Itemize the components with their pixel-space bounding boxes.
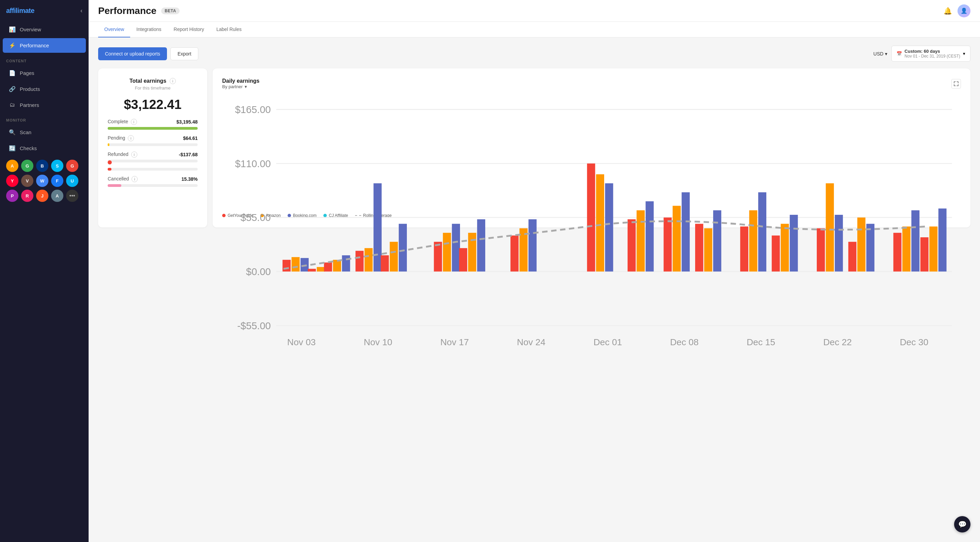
chart-title: Daily earnings <box>222 78 259 84</box>
tab-overview[interactable]: Overview <box>98 22 130 38</box>
earnings-card-title: Total earnings <box>129 78 166 84</box>
partner-icon-grid: A G B S G Y V W F U P R J A ••• <box>0 156 89 205</box>
date-range-picker[interactable]: 📅 Custom: 60 days Nov 01 - Dec 31, 2019 … <box>891 46 970 62</box>
products-icon: 🔗 <box>9 86 16 92</box>
svg-rect-47 <box>646 201 654 271</box>
svg-rect-48 <box>664 217 672 272</box>
svg-rect-49 <box>673 206 681 271</box>
svg-rect-20 <box>292 257 300 271</box>
toolbar-right: USD ▾ 📅 Custom: 60 days Nov 01 - Dec 31,… <box>873 46 970 62</box>
svg-rect-24 <box>324 263 332 271</box>
earnings-info-icon[interactable]: i <box>170 78 176 84</box>
svg-rect-58 <box>781 223 789 271</box>
svg-text:Nov 24: Nov 24 <box>517 337 546 347</box>
partner-icon-a2[interactable]: A <box>51 190 64 202</box>
cancelled-progress-bg <box>108 184 197 187</box>
date-range-dropdown-icon: ▾ <box>963 51 965 56</box>
earnings-row-cancelled: Cancelled i 15.38% <box>108 176 197 182</box>
partner-icon-r[interactable]: R <box>21 190 33 202</box>
partner-icon-f[interactable]: F <box>51 175 64 187</box>
svg-rect-61 <box>826 183 834 271</box>
partner-icon-y[interactable]: Y <box>6 175 18 187</box>
svg-rect-38 <box>477 219 485 271</box>
connect-upload-button[interactable]: Connect or upload reports <box>98 48 167 60</box>
sidebar-item-pages[interactable]: 📄 Pages <box>3 66 86 80</box>
complete-progress-fill <box>108 127 197 130</box>
svg-rect-26 <box>342 255 350 272</box>
more-partners-button[interactable]: ••• <box>66 190 78 202</box>
sidebar-item-scan[interactable]: 🔍 Scan <box>3 125 86 139</box>
partner-icon-j[interactable]: J <box>36 190 48 202</box>
svg-rect-71 <box>939 208 947 271</box>
chat-button[interactable]: 💬 <box>954 516 970 532</box>
notifications-button[interactable]: 🔔 <box>943 7 952 15</box>
svg-rect-43 <box>596 174 604 272</box>
overview-icon: 📊 <box>9 26 16 33</box>
partner-icon-u[interactable]: U <box>66 175 78 187</box>
sidebar-header: affilimate ‹ <box>0 0 89 21</box>
partner-icon-w[interactable]: W <box>36 175 48 187</box>
cancelled-label: Cancelled <box>108 176 129 181</box>
svg-rect-66 <box>893 233 902 272</box>
svg-text:$55.00: $55.00 <box>240 212 271 223</box>
app-logo[interactable]: affilimate <box>6 7 34 15</box>
svg-rect-60 <box>817 228 825 272</box>
currency-selector[interactable]: USD ▾ <box>873 51 887 57</box>
svg-rect-28 <box>364 248 373 272</box>
export-button[interactable]: Export <box>170 48 198 60</box>
sidebar-performance-label: Performance <box>20 43 49 48</box>
sidebar-item-performance[interactable]: ⚡ Performance <box>3 38 86 53</box>
expand-chart-button[interactable] <box>951 79 961 89</box>
partner-icon-p[interactable]: P <box>6 190 18 202</box>
scan-icon: 🔍 <box>9 129 16 135</box>
content-section-label: CONTENT <box>0 54 89 65</box>
partner-icon-v[interactable]: V <box>21 175 33 187</box>
topbar: Performance BETA 🔔 👤 <box>89 0 980 22</box>
svg-rect-52 <box>704 228 712 272</box>
refunded-value: -$137.68 <box>179 152 197 157</box>
pending-info-icon[interactable]: i <box>128 135 134 141</box>
sidebar-item-checks[interactable]: 🔄 Checks <box>3 141 86 155</box>
performance-icon: ⚡ <box>9 42 16 49</box>
partner-icon-booking[interactable]: B <box>36 160 48 172</box>
pending-value: $64.61 <box>183 135 197 141</box>
svg-rect-62 <box>835 215 843 272</box>
svg-text:-$55.00: -$55.00 <box>237 320 271 331</box>
sidebar-item-partners[interactable]: 🗂 Partners <box>3 98 86 112</box>
sidebar-partners-label: Partners <box>20 102 39 108</box>
topbar-right: 🔔 👤 <box>943 5 970 17</box>
tabs-bar: Overview Integrations Report History Lab… <box>89 22 980 38</box>
partner-icon-amazon[interactable]: A <box>6 160 18 172</box>
by-partner-button[interactable]: By partner ▾ <box>222 84 247 89</box>
cancelled-info-icon[interactable]: i <box>132 176 138 182</box>
by-partner-dropdown-icon: ▾ <box>245 84 247 89</box>
partner-icon-s[interactable]: S <box>51 160 64 172</box>
svg-rect-22 <box>308 269 316 272</box>
tab-label-rules[interactable]: Label Rules <box>210 22 248 38</box>
tab-integrations[interactable]: Integrations <box>130 22 167 38</box>
svg-rect-19 <box>283 260 291 271</box>
complete-info-icon[interactable]: i <box>131 119 137 125</box>
earnings-card: Total earnings i For this timeframe $3,1… <box>98 68 207 227</box>
svg-rect-33 <box>434 242 442 271</box>
svg-rect-46 <box>636 211 645 272</box>
sidebar-item-products[interactable]: 🔗 Products <box>3 82 86 96</box>
earnings-row-pending: Pending i $64.61 <box>108 135 197 141</box>
user-avatar[interactable]: 👤 <box>958 5 970 17</box>
svg-rect-59 <box>790 215 798 272</box>
svg-rect-41 <box>528 219 537 271</box>
svg-rect-36 <box>459 248 467 272</box>
complete-label: Complete <box>108 119 128 124</box>
partner-icon-g2[interactable]: G <box>66 160 78 172</box>
svg-rect-25 <box>333 260 341 271</box>
partner-icon-google[interactable]: G <box>21 160 33 172</box>
svg-rect-69 <box>920 237 929 271</box>
sidebar-item-overview[interactable]: 📊 Overview <box>3 22 86 37</box>
tab-report-history[interactable]: Report History <box>168 22 210 38</box>
refunded-info-icon[interactable]: i <box>131 152 137 158</box>
beta-badge: BETA <box>161 8 180 14</box>
svg-rect-34 <box>443 233 451 272</box>
sidebar-collapse-button[interactable]: ‹ <box>80 7 83 14</box>
earnings-row-refunded: Refunded i -$137.68 <box>108 152 197 158</box>
svg-text:$110.00: $110.00 <box>235 158 271 169</box>
